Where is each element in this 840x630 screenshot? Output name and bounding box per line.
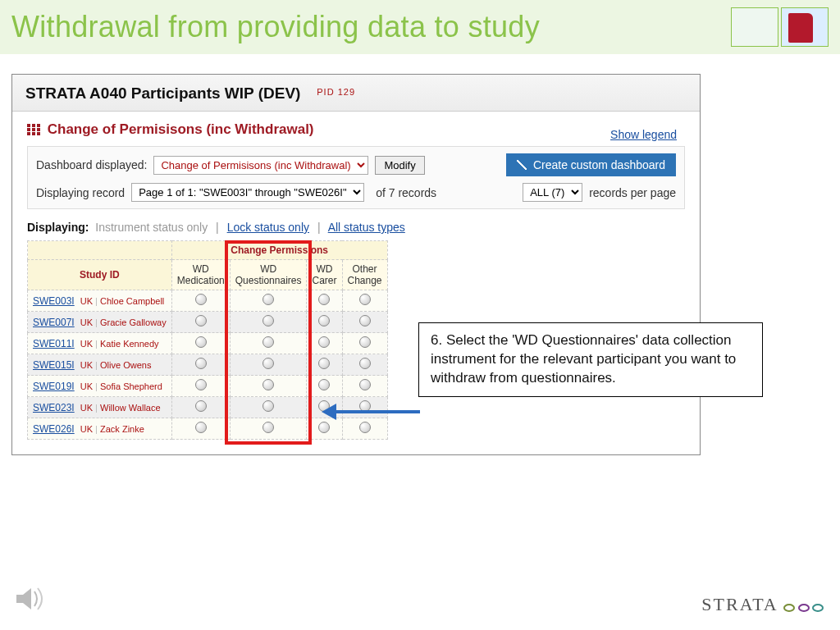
status-cell[interactable] xyxy=(307,418,342,440)
svg-marker-0 xyxy=(16,588,31,609)
table-row: SWE026I UK | Zack Zinke xyxy=(28,418,388,440)
strata-logo: STRATA xyxy=(701,594,824,617)
status-dot-icon xyxy=(318,315,330,326)
redcap-window: STRATA A040 Participants WIP (DEV) PID 1… xyxy=(11,74,701,455)
display-filter: Displaying: Instrument status only | Loc… xyxy=(27,221,685,234)
slide-banner: Withdrawal from providing data to study xyxy=(0,0,840,54)
status-cell[interactable] xyxy=(230,376,307,397)
status-dot-icon xyxy=(359,294,371,305)
study-id-cell: SWE003I UK | Chloe Campbell xyxy=(28,290,172,312)
status-dot-icon xyxy=(262,400,274,412)
table-row: SWE015I UK | Olive Owens xyxy=(28,354,388,376)
status-cell[interactable] xyxy=(230,312,307,333)
modify-button[interactable]: Modify xyxy=(375,156,424,175)
dashboard-label: Dashboard displayed: xyxy=(36,158,147,171)
project-header: STRATA A040 Participants WIP (DEV) PID 1… xyxy=(12,75,700,112)
status-dot-icon xyxy=(318,422,330,433)
study-id-cell: SWE007I UK | Gracie Galloway xyxy=(28,312,172,333)
status-cell[interactable] xyxy=(230,418,307,440)
status-cell[interactable] xyxy=(171,290,230,312)
col-2: WDCarer xyxy=(307,260,342,290)
dashboard-select[interactable]: Change of Permisisons (inc Withdrawal) xyxy=(153,156,368,175)
table-row: SWE003I UK | Chloe Campbell xyxy=(28,290,388,312)
status-cell[interactable] xyxy=(230,333,307,354)
status-cell[interactable] xyxy=(171,418,230,440)
status-cell[interactable] xyxy=(171,354,230,376)
status-dot-icon xyxy=(318,358,330,369)
col-study-id: Study ID xyxy=(28,260,172,290)
status-cell[interactable] xyxy=(307,354,342,376)
study-id-link[interactable]: SWE023I xyxy=(33,402,75,413)
status-dot-icon xyxy=(359,315,371,326)
status-cell[interactable] xyxy=(307,290,342,312)
table-row: SWE019I UK | Sofia Shepherd xyxy=(28,376,388,397)
status-cell[interactable] xyxy=(230,397,307,418)
status-dot-icon xyxy=(195,358,207,369)
status-dot-icon xyxy=(195,294,207,305)
status-cell[interactable] xyxy=(342,376,387,397)
status-cell[interactable] xyxy=(342,418,387,440)
table-row: SWE011I UK | Katie Kennedy xyxy=(28,333,388,354)
study-id-cell: SWE026I UK | Zack Zinke xyxy=(28,418,172,440)
status-dot-icon xyxy=(359,422,371,433)
status-dot-icon xyxy=(262,294,274,305)
create-dashboard-button[interactable]: Create custom dashboard xyxy=(506,153,676,176)
study-id-link[interactable]: SWE019I xyxy=(33,381,75,392)
status-dot-icon xyxy=(195,422,207,433)
status-cell[interactable] xyxy=(171,333,230,354)
records-per-page-select[interactable]: ALL (7) xyxy=(523,183,582,202)
status-cell[interactable] xyxy=(342,290,387,312)
map-thumb-wa xyxy=(781,7,829,47)
study-id-link[interactable]: SWE003I xyxy=(33,295,75,307)
status-dot-icon xyxy=(318,379,330,390)
status-dot-icon xyxy=(359,358,371,369)
status-cell[interactable] xyxy=(307,333,342,354)
page-select[interactable]: Page 1 of 1: "SWE003I" through "SWE026I" xyxy=(131,183,364,202)
study-id-cell: SWE019I UK | Sofia Shepherd xyxy=(28,376,172,397)
status-cell[interactable] xyxy=(307,312,342,333)
study-id-link[interactable]: SWE015I xyxy=(33,359,75,371)
display-opt-lock[interactable]: Lock status only xyxy=(227,221,309,234)
status-dot-icon xyxy=(318,294,330,305)
status-dot-icon xyxy=(262,336,274,348)
display-opt-all[interactable]: All status types xyxy=(328,221,405,234)
records-per-page-label: records per page xyxy=(589,186,676,199)
status-dot-icon xyxy=(262,315,274,326)
status-dot-icon xyxy=(195,315,207,326)
status-cell[interactable] xyxy=(342,312,387,333)
col-0: WDMedication xyxy=(171,260,230,290)
study-id-cell: SWE015I UK | Olive Owens xyxy=(28,354,172,376)
slide-title: Withdrawal from providing data to study xyxy=(11,10,731,44)
status-cell[interactable] xyxy=(342,333,387,354)
study-id-link[interactable]: SWE026I xyxy=(33,423,75,435)
status-dot-icon xyxy=(195,336,207,348)
map-thumb-regions xyxy=(731,7,778,47)
project-pid: PID 129 xyxy=(317,87,355,97)
status-dot-icon xyxy=(359,379,371,390)
show-legend-link[interactable]: Show legend xyxy=(610,128,677,141)
section-heading: Change of Permisisons (inc Withdrawal) xyxy=(27,121,685,138)
study-id-cell: SWE023I UK | Willow Wallace xyxy=(28,397,172,418)
display-opt-instrument: Instrument status only xyxy=(95,221,208,234)
dashboard-controls: Dashboard displayed: Change of Permisiso… xyxy=(27,146,685,209)
record-count: of 7 records xyxy=(376,186,436,199)
speaker-icon xyxy=(15,585,48,615)
status-cell[interactable] xyxy=(230,290,307,312)
table-row: SWE007I UK | Gracie Galloway xyxy=(28,312,388,333)
status-cell[interactable] xyxy=(342,354,387,376)
status-cell[interactable] xyxy=(171,376,230,397)
status-cell[interactable] xyxy=(307,376,342,397)
study-id-link[interactable]: SWE011I xyxy=(33,338,75,349)
status-dot-icon xyxy=(195,379,207,390)
study-id-link[interactable]: SWE007I xyxy=(33,317,75,328)
status-cell[interactable] xyxy=(230,354,307,376)
displaying-record-label: Displaying record xyxy=(36,186,125,199)
status-dot-icon xyxy=(262,358,274,369)
map-thumbnails xyxy=(731,7,829,47)
instruction-callout: 6. Select the 'WD Questionnaires' data c… xyxy=(418,322,763,397)
status-cell[interactable] xyxy=(171,397,230,418)
status-cell[interactable] xyxy=(171,312,230,333)
status-cell[interactable] xyxy=(342,397,387,418)
col-3: OtherChange xyxy=(342,260,387,290)
study-id-cell: SWE011I UK | Katie Kennedy xyxy=(28,333,172,354)
